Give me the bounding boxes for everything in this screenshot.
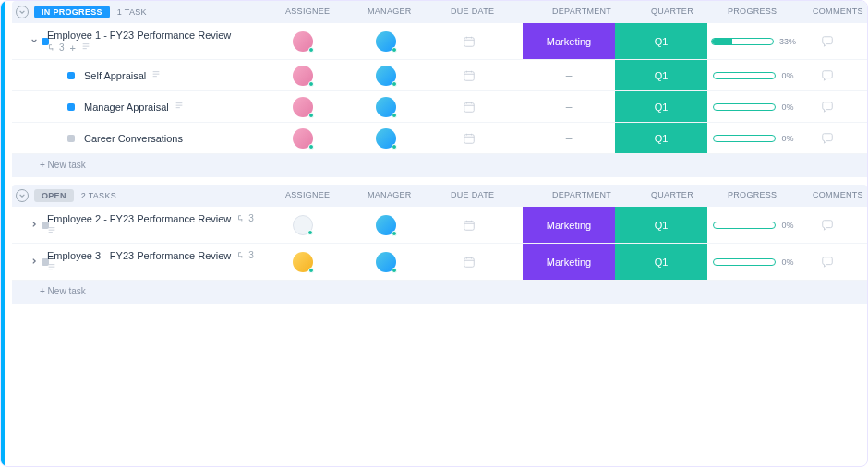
avatar[interactable] bbox=[293, 66, 313, 86]
row-handle[interactable] bbox=[30, 244, 49, 280]
quarter-cell[interactable]: Q1 bbox=[615, 91, 707, 122]
doc-icon[interactable] bbox=[47, 226, 56, 237]
task-name: Employee 3 - FY23 Performance Review bbox=[47, 250, 231, 261]
new-task-button[interactable]: + New task bbox=[12, 281, 867, 304]
collapse-icon[interactable] bbox=[16, 6, 29, 18]
task-row[interactable]: Employee 3 - FY23 Performance Review 3 M… bbox=[12, 244, 867, 281]
row-handle[interactable] bbox=[67, 123, 75, 153]
row-handle[interactable] bbox=[67, 60, 75, 90]
avatar[interactable] bbox=[293, 97, 313, 117]
dept-cell[interactable]: Marketing bbox=[523, 244, 615, 280]
manager-cell[interactable] bbox=[354, 23, 418, 59]
subtask-row[interactable]: Career Conversations – Q1 0% bbox=[12, 123, 867, 154]
progress-pct: 0% bbox=[781, 102, 793, 112]
avatar[interactable] bbox=[293, 252, 313, 272]
task-row[interactable]: Employee 1 - FY23 Performance Review 3 +… bbox=[12, 23, 867, 60]
doc-icon[interactable] bbox=[151, 70, 161, 81]
new-task-button[interactable]: + New task bbox=[12, 154, 867, 177]
status-square[interactable] bbox=[67, 135, 75, 142]
comments-cell[interactable] bbox=[800, 244, 855, 280]
dept-cell: – bbox=[523, 91, 615, 122]
section-header: OPEN 2 TASKS ASSIGNEE MANAGER DUE DATE D… bbox=[12, 185, 867, 207]
task-name-cell[interactable]: Employee 3 - FY23 Performance Review 3 bbox=[47, 244, 259, 280]
due-date-cell[interactable] bbox=[437, 207, 501, 243]
avatar[interactable] bbox=[293, 31, 313, 52]
due-date-cell[interactable] bbox=[437, 123, 501, 153]
col-progress: PROGRESS bbox=[728, 190, 777, 199]
chevron-down-icon[interactable] bbox=[30, 37, 38, 46]
comments-cell[interactable] bbox=[800, 123, 855, 153]
status-pill[interactable]: IN PROGRESS bbox=[34, 6, 110, 18]
col-manager: MANAGER bbox=[368, 6, 412, 16]
status-pill[interactable]: OPEN bbox=[34, 189, 74, 202]
dept-cell[interactable]: Marketing bbox=[523, 23, 615, 59]
comments-cell[interactable] bbox=[800, 91, 855, 122]
avatar[interactable] bbox=[376, 128, 396, 149]
assignee-cell[interactable] bbox=[271, 244, 335, 280]
manager-cell[interactable] bbox=[354, 91, 418, 122]
quarter-cell[interactable]: Q1 bbox=[615, 23, 707, 59]
doc-icon[interactable] bbox=[47, 263, 56, 274]
col-quarter: QUARTER bbox=[651, 6, 693, 16]
status-square[interactable] bbox=[67, 72, 75, 79]
comments-cell[interactable] bbox=[800, 207, 855, 243]
quarter-cell[interactable]: Q1 bbox=[615, 207, 707, 243]
task-name-cell[interactable]: Manager Appraisal bbox=[84, 91, 269, 122]
assignee-cell[interactable] bbox=[271, 60, 335, 90]
manager-cell[interactable] bbox=[354, 244, 418, 280]
manager-cell[interactable] bbox=[354, 123, 418, 153]
chevron-right-icon[interactable] bbox=[30, 257, 38, 267]
svg-rect-2 bbox=[464, 102, 475, 112]
avatar[interactable] bbox=[376, 252, 396, 272]
comments-cell[interactable] bbox=[800, 60, 855, 90]
assignee-cell[interactable] bbox=[271, 23, 335, 59]
due-date-cell[interactable] bbox=[437, 91, 501, 122]
row-handle[interactable] bbox=[67, 91, 75, 122]
task-name-cell[interactable]: Career Conversations bbox=[84, 123, 269, 153]
row-handle[interactable] bbox=[30, 23, 49, 59]
avatar[interactable] bbox=[293, 215, 313, 235]
quarter-cell[interactable]: Q1 bbox=[615, 244, 707, 280]
quarter-cell[interactable]: Q1 bbox=[615, 123, 707, 153]
progress-pct: 0% bbox=[781, 71, 793, 80]
status-square[interactable] bbox=[67, 103, 75, 111]
task-name-cell[interactable]: Employee 2 - FY23 Performance Review 3 bbox=[47, 207, 259, 243]
row-handle[interactable] bbox=[30, 207, 49, 243]
add-subtask-icon[interactable]: + bbox=[70, 42, 76, 54]
progress-cell: 33% bbox=[707, 23, 800, 59]
doc-icon[interactable] bbox=[81, 42, 90, 54]
collapse-icon[interactable] bbox=[16, 189, 29, 202]
comments-cell[interactable] bbox=[800, 23, 855, 59]
avatar[interactable] bbox=[293, 128, 313, 149]
assignee-cell[interactable] bbox=[271, 91, 335, 122]
avatar[interactable] bbox=[376, 97, 396, 117]
dept-cell: – bbox=[523, 60, 615, 90]
assignee-cell[interactable] bbox=[271, 207, 335, 243]
quarter-cell[interactable]: Q1 bbox=[615, 60, 707, 90]
subtask-count[interactable]: 3 bbox=[47, 42, 65, 53]
due-date-cell[interactable] bbox=[437, 60, 501, 90]
due-date-cell[interactable] bbox=[437, 244, 501, 280]
task-name-cell[interactable]: Employee 1 - FY23 Performance Review 3 + bbox=[47, 23, 259, 59]
avatar[interactable] bbox=[376, 215, 396, 235]
task-row[interactable]: Employee 2 - FY23 Performance Review 3 M… bbox=[12, 207, 867, 244]
assignee-cell[interactable] bbox=[271, 123, 335, 153]
subtask-row[interactable]: Self Appraisal – Q1 0% bbox=[12, 60, 867, 91]
avatar[interactable] bbox=[376, 31, 396, 52]
svg-rect-5 bbox=[464, 257, 475, 267]
manager-cell[interactable] bbox=[354, 207, 418, 243]
subtask-row[interactable]: Manager Appraisal – Q1 0% bbox=[12, 91, 867, 123]
section: IN PROGRESS 1 TASK ASSIGNEE MANAGER DUE … bbox=[12, 1, 867, 177]
progress-bar bbox=[713, 103, 776, 111]
due-date-cell[interactable] bbox=[437, 23, 501, 59]
subtask-count[interactable]: 3 bbox=[236, 250, 254, 260]
col-quarter: QUARTER bbox=[651, 190, 693, 199]
subtask-count[interactable]: 3 bbox=[236, 213, 254, 223]
task-name-cell[interactable]: Self Appraisal bbox=[84, 60, 269, 90]
manager-cell[interactable] bbox=[354, 60, 418, 90]
chevron-right-icon[interactable] bbox=[30, 221, 38, 230]
avatar[interactable] bbox=[376, 66, 396, 86]
doc-icon[interactable] bbox=[175, 102, 184, 113]
dept-cell[interactable]: Marketing bbox=[523, 207, 615, 243]
col-comments: COMMENTS bbox=[813, 6, 863, 16]
